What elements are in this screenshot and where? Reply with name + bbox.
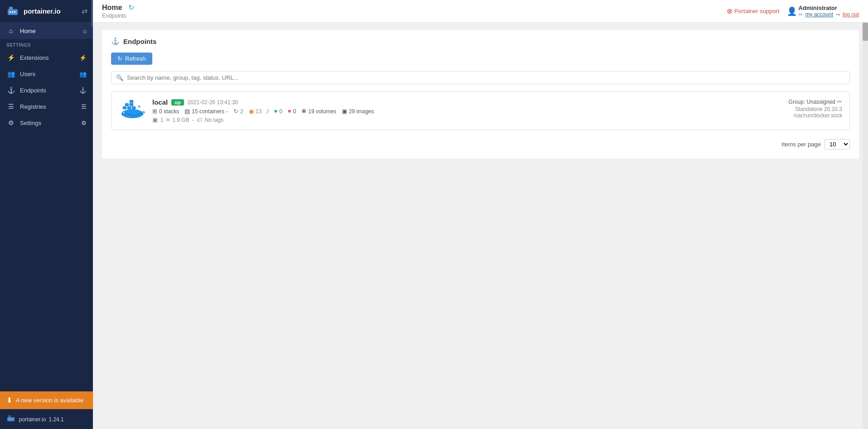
endpoints-section-icon: ⚓: [111, 37, 120, 45]
endpoint-left: local up 2021-02-26 13:41:30 ⊞ 0 stacks …: [119, 98, 374, 123]
header-refresh-icon[interactable]: ↻: [128, 3, 134, 12]
svg-point-15: [123, 112, 125, 114]
topbar: Home ↻ Endpoints ⊗ Portainer support 👤 A…: [93, 0, 868, 23]
svg-rect-11: [132, 106, 136, 109]
sidebar-item-registries[interactable]: ☰ Registries ☰: [0, 98, 93, 115]
svg-rect-12: [125, 103, 129, 106]
settings-icon: ⚙: [6, 119, 15, 126]
endpoint-name-row: local up 2021-02-26 13:41:30: [152, 98, 374, 106]
extensions-nav-right-icon: ⚡: [79, 54, 87, 61]
transfer-icon[interactable]: ⇄: [82, 7, 87, 15]
section-title: Endpoints: [123, 38, 156, 45]
registries-icon: ☰: [6, 103, 15, 110]
admin-avatar-icon: 👤: [787, 6, 797, 16]
stopped-stat: ◉ 13: [249, 108, 262, 115]
main-scrollbar[interactable]: [863, 23, 868, 429]
edit-group-icon[interactable]: ✏: [837, 98, 842, 105]
refresh-button[interactable]: ↻ Refresh: [111, 53, 152, 65]
svg-rect-4: [12, 11, 13, 13]
svg-rect-6: [7, 417, 15, 421]
items-per-page-select[interactable]: 10 25 50 100: [824, 139, 850, 149]
sidebar-item-endpoints[interactable]: ⚓ Endpoints ⚓: [0, 82, 93, 98]
stacks-count: 0 stacks: [159, 108, 179, 115]
tags-value: No tags: [205, 117, 223, 123]
sidebar-item-extensions[interactable]: ⚡ Extensions ⚡: [0, 49, 93, 66]
page-title: Home: [102, 4, 122, 12]
sidebar-item-registries-label: Registries: [20, 103, 81, 110]
settings-nav-right-icon: ⚙: [81, 120, 87, 126]
group-text: Group: Unassigned: [789, 99, 835, 105]
sidebar-version: portainer.io 1.24.1: [0, 409, 93, 429]
endpoint-stats-row: ⊞ 0 stacks ▤ 15 containers - ↻ 2: [152, 108, 374, 115]
containers-icon: ▤: [184, 108, 190, 115]
admin-section: 👤 Administrator ✏ my account ↪ log out: [787, 5, 859, 18]
sidebar: portainer.io ⇄ ⌂ Home ⌂ SETTINGS ⚡ Exten…: [0, 0, 93, 429]
healthy-stat: ♥ 0: [274, 108, 282, 115]
endpoint-right: Group: Unassigned ✏ Standalone 20.10.3 /…: [789, 98, 842, 119]
containers-count: 15 containers: [192, 108, 224, 115]
breadcrumb: Endpoints: [102, 13, 134, 19]
cpu-count: 1: [160, 117, 164, 123]
update-banner[interactable]: ⬇ A new version is available: [0, 391, 93, 409]
registries-nav-right-icon: ☰: [81, 103, 87, 110]
support-link-text: Portainer support: [734, 8, 780, 14]
sidebar-logo-text-bottom: portainer.io: [19, 416, 46, 423]
sidebar-item-settings[interactable]: ⚙ Settings ⚙: [0, 115, 93, 131]
volumes-icon: ❋: [301, 108, 306, 115]
my-account-link[interactable]: my account: [805, 11, 833, 18]
memory-icon: ≡: [166, 116, 170, 123]
running-count: 2: [240, 108, 243, 115]
standalone-label: Standalone 20.10.3: [789, 106, 842, 112]
main-scrollbar-thumb[interactable]: [863, 23, 868, 41]
images-count: 29 images: [349, 108, 374, 115]
docker-logo: [119, 98, 146, 121]
endpoint-name[interactable]: local: [152, 98, 168, 106]
sidebar-item-endpoints-label: Endpoints: [20, 87, 79, 94]
healthy-count: 0: [279, 108, 282, 115]
sidebar-logo: portainer.io ⇄: [0, 0, 93, 23]
containers-stat: ▤ 15 containers -: [184, 108, 228, 115]
cpu-icon: ▣: [152, 116, 158, 123]
refresh-btn-label: Refresh: [125, 55, 146, 62]
endpoint-date: 2021-02-26 13:41:30: [188, 99, 238, 106]
memory-value: 1.9 GB: [172, 117, 189, 123]
search-icon: 🔍: [116, 74, 123, 81]
sidebar-item-home[interactable]: ⌂ Home ⌂: [0, 23, 93, 39]
status-badge: up: [171, 99, 184, 106]
svg-rect-9: [123, 106, 126, 109]
unhealthy-count: 0: [293, 108, 296, 115]
endpoint-card-local[interactable]: local up 2021-02-26 13:41:30 ⊞ 0 stacks …: [111, 92, 850, 130]
users-icon: 👥: [6, 70, 15, 77]
extensions-icon: ⚡: [6, 54, 15, 61]
socket-label: /var/run/docker.sock: [789, 112, 842, 119]
top-header-row: Home ↻: [102, 3, 134, 12]
search-bar[interactable]: 🔍: [111, 71, 850, 84]
svg-rect-13: [130, 103, 133, 106]
sidebar-item-extensions-label: Extensions: [20, 54, 79, 61]
sidebar-item-users-label: Users: [20, 71, 79, 77]
my-account-icon: ✏: [799, 12, 803, 18]
svg-rect-10: [127, 106, 131, 109]
svg-rect-14: [130, 100, 133, 103]
sidebar-item-home-label: Home: [20, 28, 83, 34]
logo-text: portainer.io: [24, 7, 61, 15]
healthy-icon: ♥: [274, 108, 277, 115]
support-warning-icon: ⊗: [727, 7, 732, 15]
search-input[interactable]: [127, 74, 845, 81]
images-icon: ▣: [342, 108, 347, 115]
update-banner-text: A new version is available: [16, 397, 83, 404]
endpoints-nav-right-icon: ⚓: [79, 87, 87, 94]
sidebar-bottom: ⬇ A new version is available portainer.i…: [0, 391, 93, 429]
containers-dash: -: [226, 108, 228, 115]
topbar-title-area: Home ↻ Endpoints: [102, 3, 727, 19]
home-nav-right-icon: ⌂: [83, 28, 87, 34]
endpoints-card: ⚓ Endpoints ↻ Refresh 🔍: [102, 30, 859, 159]
sidebar-item-users[interactable]: 👥 Users 👥: [0, 66, 93, 82]
portainer-support-link[interactable]: ⊗ Portainer support: [727, 7, 780, 15]
group-label: Group: Unassigned ✏: [789, 98, 842, 105]
endpoints-icon: ⚓: [6, 87, 15, 94]
portainer-small-icon: [6, 414, 15, 424]
page-content: ⚓ Endpoints ↻ Refresh 🔍: [93, 23, 868, 429]
update-download-icon: ⬇: [6, 396, 12, 405]
log-out-link[interactable]: log out: [843, 11, 859, 18]
